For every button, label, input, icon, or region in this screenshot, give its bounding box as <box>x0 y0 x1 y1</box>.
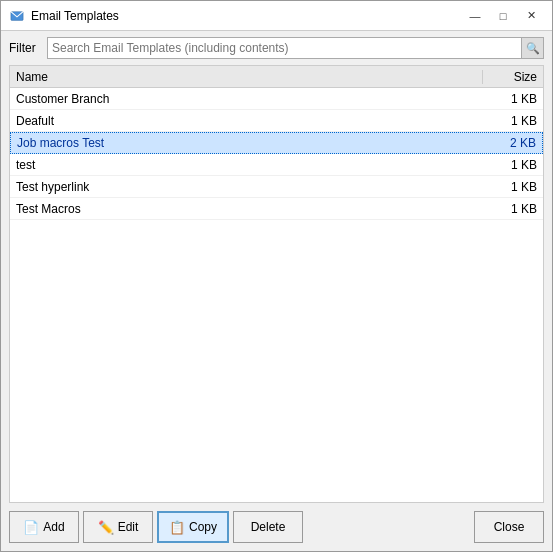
edit-button[interactable]: ✏️ Edit <box>83 511 153 543</box>
add-label: Add <box>43 520 64 534</box>
table-row[interactable]: test1 KB <box>10 154 543 176</box>
maximize-button[interactable]: □ <box>490 6 516 26</box>
filter-label: Filter <box>9 41 39 55</box>
column-name: Name <box>10 70 483 84</box>
window-icon <box>9 8 25 24</box>
row-size: 2 KB <box>482 136 542 150</box>
row-size: 1 KB <box>483 158 543 172</box>
list-header: Name Size <box>10 66 543 88</box>
close-label: Close <box>494 520 525 534</box>
window-controls: — □ ✕ <box>462 6 544 26</box>
copy-icon: 📋 <box>169 520 185 535</box>
edit-label: Edit <box>118 520 139 534</box>
search-input[interactable] <box>48 38 521 58</box>
minimize-button[interactable]: — <box>462 6 488 26</box>
row-size: 1 KB <box>483 92 543 106</box>
row-name: Test Macros <box>10 202 483 216</box>
table-row[interactable]: Test Macros1 KB <box>10 198 543 220</box>
row-name: Test hyperlink <box>10 180 483 194</box>
add-icon: 📄 <box>23 520 39 535</box>
close-button[interactable]: Close <box>474 511 544 543</box>
email-templates-list[interactable]: Name Size Customer Branch1 KBDeafult1 KB… <box>9 65 544 503</box>
close-window-button[interactable]: ✕ <box>518 6 544 26</box>
row-name: Job macros Test <box>11 136 482 150</box>
edit-icon: ✏️ <box>98 520 114 535</box>
column-size: Size <box>483 70 543 84</box>
copy-label: Copy <box>189 520 217 534</box>
title-bar: Email Templates — □ ✕ <box>1 1 552 31</box>
search-button[interactable]: 🔍 <box>521 38 543 58</box>
window-title: Email Templates <box>31 9 462 23</box>
delete-label: Delete <box>251 520 286 534</box>
add-button[interactable]: 📄 Add <box>9 511 79 543</box>
table-row[interactable]: Deafult1 KB <box>10 110 543 132</box>
row-name: Deafult <box>10 114 483 128</box>
delete-button[interactable]: Delete <box>233 511 303 543</box>
filter-bar: Filter 🔍 <box>1 31 552 65</box>
row-size: 1 KB <box>483 180 543 194</box>
copy-button[interactable]: 📋 Copy <box>157 511 229 543</box>
row-name: test <box>10 158 483 172</box>
table-row[interactable]: Customer Branch1 KB <box>10 88 543 110</box>
row-size: 1 KB <box>483 114 543 128</box>
email-templates-window: Email Templates — □ ✕ Filter 🔍 Name Size… <box>0 0 553 552</box>
row-name: Customer Branch <box>10 92 483 106</box>
row-size: 1 KB <box>483 202 543 216</box>
table-row[interactable]: Job macros Test2 KB <box>10 132 543 154</box>
search-icon: 🔍 <box>526 42 540 55</box>
table-row[interactable]: Test hyperlink1 KB <box>10 176 543 198</box>
filter-input-wrapper: 🔍 <box>47 37 544 59</box>
button-bar: 📄 Add ✏️ Edit 📋 Copy Delete Close <box>1 503 552 551</box>
